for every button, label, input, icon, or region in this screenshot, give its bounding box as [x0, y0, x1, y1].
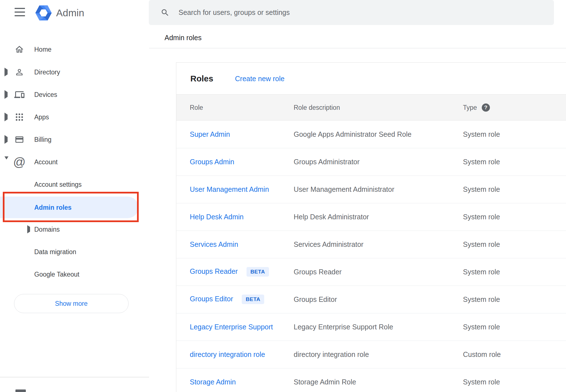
role-type: System role: [463, 158, 500, 166]
roles-panel: Roles Create new role Role Role descript…: [176, 62, 566, 392]
show-more-button[interactable]: Show more: [14, 294, 129, 313]
role-type: System role: [463, 268, 500, 276]
app-logo[interactable]: Admin: [35, 4, 84, 22]
sidebar-item-label: Directory: [34, 69, 60, 76]
panel-title: Roles: [190, 74, 213, 83]
clipped-sidebar-icon: [15, 389, 26, 392]
role-description: Groups Administrator: [294, 158, 360, 166]
sidebar-item-home[interactable]: Home: [0, 38, 143, 61]
breadcrumb-divider: [149, 48, 566, 48]
admin-hexagon-logo-icon: [35, 4, 52, 22]
role-link[interactable]: Super Admin: [190, 130, 230, 138]
sidebar-item-label: Domains: [34, 226, 60, 233]
role-type: System role: [463, 323, 500, 331]
sidebar-item-label: Account settings: [34, 181, 82, 188]
table-row: Legacy Enterprise Support Legacy Enterpr…: [176, 313, 566, 341]
table-row: User Management Admin User Management Ad…: [176, 176, 566, 203]
expand-arrow-icon[interactable]: [4, 115, 8, 120]
role-type: System role: [463, 240, 500, 249]
table-row: Storage Admin Storage Admin Role System …: [176, 368, 566, 392]
sidebar-item-label: Devices: [34, 91, 57, 99]
sidebar-item-label: Home: [34, 46, 51, 53]
role-type: System role: [463, 213, 500, 221]
role-description: Help Desk Administrator: [294, 213, 369, 221]
sidebar-item-label: Google Takeout: [34, 271, 79, 278]
sidebar-item-admin-roles[interactable]: Admin roles: [0, 197, 143, 218]
expand-arrow-icon[interactable]: [4, 70, 8, 75]
role-link[interactable]: Groups Admin: [190, 158, 234, 166]
sidebar-item-google-takeout[interactable]: Google Takeout: [0, 263, 143, 286]
sidebar-item-label: Admin roles: [34, 204, 72, 211]
person-icon: [14, 67, 25, 78]
role-description: Google Apps Administrator Seed Role: [294, 130, 412, 138]
collapse-arrow-icon[interactable]: [4, 159, 8, 165]
sidebar-item-data-migration[interactable]: Data migration: [0, 241, 143, 263]
table-header-row: Role Role description Type ?: [176, 94, 566, 120]
breadcrumb: Admin roles: [165, 34, 202, 42]
sidebar-item-apps[interactable]: Apps: [0, 106, 143, 128]
app-title: Admin: [56, 7, 84, 19]
role-type: System role: [463, 185, 500, 193]
sidebar-item-label: Apps: [34, 113, 49, 121]
sidebar-bottom-divider: [0, 377, 149, 377]
table-row: Services Admin Services Administrator Sy…: [176, 231, 566, 258]
table-row: directory integration role directory int…: [176, 341, 566, 368]
menu-hamburger-icon[interactable]: [15, 8, 25, 16]
sidebar-item-label: Data migration: [34, 248, 76, 256]
role-link[interactable]: directory integration role: [190, 350, 265, 358]
admin-console-screen: Admin Admin roles Home Directory Devices: [0, 0, 566, 392]
at-sign-icon: @: [14, 157, 25, 167]
role-type: System role: [463, 130, 500, 138]
global-search-bar[interactable]: [149, 0, 554, 25]
role-description: Legacy Enterprise Support Role: [294, 323, 393, 331]
home-icon: [14, 44, 25, 55]
role-description: Services Administrator: [294, 240, 364, 249]
column-header-type: Type ?: [463, 103, 490, 111]
sidebar-item-account-settings[interactable]: Account settings: [0, 173, 143, 196]
role-description: Storage Admin Role: [294, 378, 356, 386]
role-type: System role: [463, 378, 500, 386]
role-link[interactable]: User Management Admin: [190, 185, 269, 193]
table-row: Super Admin Google Apps Administrator Se…: [176, 120, 566, 148]
expand-arrow-icon[interactable]: [4, 92, 8, 97]
devices-icon: [14, 89, 25, 100]
sidebar-item-devices[interactable]: Devices: [0, 83, 143, 106]
sidebar-item-billing[interactable]: Billing: [0, 128, 143, 151]
expand-arrow-icon[interactable]: [27, 227, 30, 232]
role-type: System role: [463, 295, 500, 304]
question-mark-icon[interactable]: ?: [482, 103, 490, 111]
role-link[interactable]: Groups Editor: [190, 295, 233, 303]
roles-panel-header: Roles Create new role: [176, 63, 566, 94]
role-link[interactable]: Legacy Enterprise Support: [190, 323, 273, 331]
column-header-role-description: Role description: [294, 104, 340, 111]
role-description: Groups Reader: [294, 268, 342, 276]
create-new-role-link[interactable]: Create new role: [235, 74, 284, 83]
role-link[interactable]: Groups Reader: [190, 267, 238, 275]
table-row: Help Desk Admin Help Desk Administrator …: [176, 203, 566, 231]
role-link[interactable]: Storage Admin: [190, 378, 236, 386]
role-description: directory integration role: [294, 350, 369, 359]
sidebar-item-directory[interactable]: Directory: [0, 61, 143, 83]
sidebar-item-domains[interactable]: Domains: [0, 218, 143, 241]
sidebar-item-account[interactable]: @ Account: [0, 151, 143, 173]
credit-card-icon: [14, 134, 25, 145]
expand-arrow-icon[interactable]: [4, 137, 8, 142]
role-link[interactable]: Help Desk Admin: [190, 213, 244, 221]
sidebar-item-label: Account: [34, 158, 58, 166]
role-type: Custom role: [463, 350, 501, 359]
sidebar-item-label: Billing: [34, 136, 51, 143]
search-input[interactable]: [178, 8, 516, 17]
beta-badge: BETA: [242, 295, 264, 304]
beta-badge: BETA: [247, 267, 269, 277]
table-row: Groups Reader BETA Groups Reader System …: [176, 258, 566, 286]
column-header-role: Role: [190, 104, 203, 111]
role-description: Groups Editor: [294, 295, 337, 304]
search-icon: [161, 8, 170, 17]
table-row: Groups Admin Groups Administrator System…: [176, 148, 566, 176]
apps-grid-icon: [14, 112, 25, 122]
role-description: User Management Administrator: [294, 185, 394, 193]
role-link[interactable]: Services Admin: [190, 240, 238, 248]
table-row: Groups Editor BETA Groups Editor System …: [176, 286, 566, 313]
